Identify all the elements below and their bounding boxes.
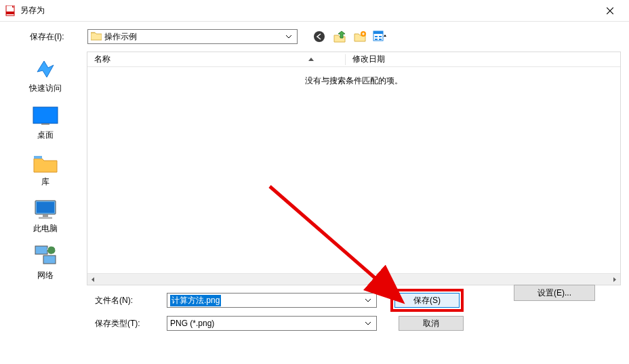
svg-rect-1 bbox=[6, 12, 14, 14]
filetype-value: PNG (*.png) bbox=[170, 319, 214, 328]
svg-rect-16 bbox=[39, 217, 52, 219]
places-quick-access[interactable]: 快速访问 bbox=[8, 54, 83, 97]
chevron-down-icon[interactable] bbox=[363, 318, 373, 329]
file-list-body[interactable]: 没有与搜索条件匹配的项。 bbox=[87, 67, 620, 273]
settings-button-label: 设置(E)... bbox=[537, 287, 571, 299]
network-icon bbox=[31, 244, 60, 268]
places-label: 此电脑 bbox=[33, 222, 58, 235]
places-sidebar: 快速访问 桌面 库 此电脑 bbox=[8, 52, 83, 285]
dialog-title: 另存为 bbox=[20, 5, 596, 16]
filename-value: 计算方法.png bbox=[170, 295, 221, 306]
filename-input[interactable]: 计算方法.png bbox=[167, 293, 377, 308]
close-button[interactable] bbox=[596, 0, 624, 22]
column-date-label: 修改日期 bbox=[352, 54, 385, 64]
save-in-label: 保存在(I): bbox=[30, 31, 81, 43]
file-list-area: 名称 修改日期 没有与搜索条件匹配的项。 bbox=[87, 52, 621, 285]
svg-rect-10 bbox=[33, 107, 58, 123]
pdf-app-icon bbox=[5, 5, 16, 16]
scroll-right-arrow[interactable] bbox=[609, 274, 620, 285]
sort-indicator-icon bbox=[308, 58, 314, 61]
column-date[interactable]: 修改日期 bbox=[346, 54, 620, 65]
save-in-value: 操作示例 bbox=[104, 31, 137, 43]
svg-rect-12 bbox=[34, 156, 42, 159]
chevron-down-icon[interactable] bbox=[283, 31, 294, 42]
quick-access-icon bbox=[31, 57, 60, 81]
up-button[interactable] bbox=[331, 29, 348, 44]
places-libraries[interactable]: 库 bbox=[8, 148, 83, 190]
places-desktop[interactable]: 桌面 bbox=[8, 101, 83, 144]
places-label: 桌面 bbox=[37, 128, 54, 141]
filetype-combo[interactable]: PNG (*.png) bbox=[167, 316, 377, 331]
scroll-left-arrow[interactable] bbox=[87, 274, 99, 285]
horizontal-scrollbar[interactable] bbox=[87, 273, 620, 285]
svg-rect-5 bbox=[373, 31, 383, 34]
new-folder-button[interactable] bbox=[352, 29, 368, 44]
save-button-highlight: 保存(S) bbox=[390, 289, 464, 312]
svg-rect-17 bbox=[35, 246, 47, 254]
cancel-button-label: 取消 bbox=[423, 318, 439, 329]
filename-label: 文件名(N): bbox=[95, 295, 160, 306]
empty-message: 没有与搜索条件匹配的项。 bbox=[305, 75, 403, 87]
filetype-label: 保存类型(T): bbox=[95, 318, 160, 329]
places-this-pc[interactable]: 此电脑 bbox=[8, 195, 83, 237]
view-menu-button[interactable] bbox=[372, 29, 388, 44]
save-in-combo[interactable]: 操作示例 bbox=[87, 29, 298, 44]
titlebar: 另存为 bbox=[0, 0, 629, 22]
chevron-down-icon[interactable] bbox=[363, 295, 373, 306]
svg-rect-15 bbox=[43, 214, 48, 217]
save-button-label: 保存(S) bbox=[413, 295, 441, 306]
column-name[interactable]: 名称 bbox=[87, 54, 345, 65]
svg-rect-6 bbox=[375, 36, 378, 37]
libraries-icon bbox=[31, 150, 60, 175]
svg-rect-7 bbox=[375, 39, 378, 40]
save-button[interactable]: 保存(S) bbox=[394, 293, 460, 308]
back-button[interactable] bbox=[311, 29, 327, 44]
column-name-label: 名称 bbox=[94, 54, 110, 65]
scrollbar-track[interactable] bbox=[99, 274, 609, 285]
svg-rect-14 bbox=[37, 202, 54, 213]
svg-rect-11 bbox=[41, 123, 49, 125]
places-label: 快速访问 bbox=[29, 81, 62, 94]
pc-icon bbox=[31, 197, 60, 222]
svg-rect-9 bbox=[379, 39, 382, 40]
places-label: 网络 bbox=[37, 268, 54, 281]
cancel-button[interactable]: 取消 bbox=[399, 316, 464, 331]
svg-point-2 bbox=[314, 31, 325, 42]
settings-button[interactable]: 设置(E)... bbox=[514, 285, 595, 301]
column-headers: 名称 修改日期 bbox=[87, 52, 620, 67]
places-label: 库 bbox=[41, 175, 49, 188]
folder-icon bbox=[91, 31, 102, 42]
desktop-icon bbox=[31, 104, 60, 128]
svg-rect-18 bbox=[43, 256, 56, 264]
places-network[interactable]: 网络 bbox=[8, 241, 83, 284]
svg-rect-8 bbox=[379, 36, 382, 37]
